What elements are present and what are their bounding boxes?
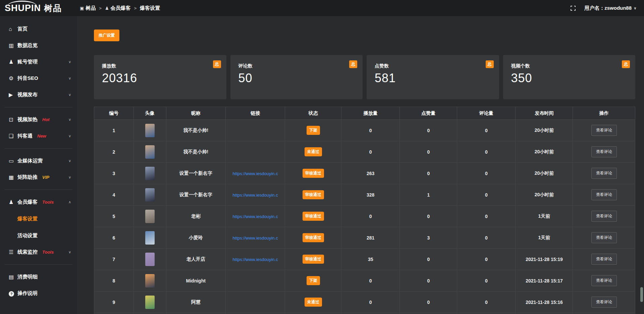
video-link[interactable]: https://www.iesdouyin.c — [233, 214, 278, 219]
sidebar-item-consume-detail[interactable]: ▤消费明细 — [0, 269, 77, 285]
sidebar-item-member-baoke[interactable]: ♟会员爆客Tools∧ — [0, 194, 77, 210]
sidebar-item-video-heat[interactable]: ⊡视频加热Hot∨ — [0, 111, 77, 128]
cell-action: 查看评论 — [573, 184, 635, 206]
help-icon: ? — [9, 291, 17, 297]
cell-publish-time: 1天前 — [516, 206, 573, 227]
video-table: 编号头像昵称链接状态播放量点赞量评论量发布时间操作 1我不是小帅!下架00020… — [94, 107, 635, 314]
fullscreen-icon[interactable] — [571, 6, 576, 11]
cell-nickname: 设置一个新名字 — [166, 163, 225, 184]
cell-plays: 0 — [341, 292, 400, 313]
status-badge[interactable]: 审核通过 — [303, 255, 324, 264]
table-row: 8Midnight下架0002021-11-28 15:17查看评论 — [94, 270, 635, 292]
cell-action — [573, 313, 635, 314]
chevron-down-icon: ∨ — [68, 117, 71, 122]
sidebar-item-douketong[interactable]: ❑抖客通New∨ — [0, 128, 77, 144]
promotion-settings-button[interactable]: 推广设置 — [94, 30, 119, 41]
view-comments-button[interactable]: 查看评论 — [591, 275, 617, 286]
cell-id: 1 — [94, 120, 134, 141]
video-link[interactable]: https://www.iesdouyin.c — [233, 171, 278, 176]
video-table-wrap: 编号头像昵称链接状态播放量点赞量评论量发布时间操作 1我不是小帅!下架00020… — [94, 107, 635, 314]
column-header: 编号 — [94, 107, 134, 120]
sidebar-item-all-media-ops[interactable]: ▭全媒体运营∨ — [0, 153, 77, 169]
table-row — [94, 313, 635, 314]
status-badge[interactable]: 下架 — [307, 276, 320, 285]
breadcrumb-item-baoke-settings[interactable]: 爆客设置 — [140, 5, 160, 11]
view-comments-button[interactable]: 查看评论 — [591, 146, 617, 157]
cell-publish-time — [516, 313, 573, 314]
sidebar-item-operation-guide[interactable]: ?操作说明 — [0, 285, 77, 302]
cell-link: https://www.iesdouyin.c — [225, 163, 285, 184]
sidebar-item-matrix-boost[interactable]: ▦矩阵助推VIP∨ — [0, 169, 77, 186]
cell-nickname — [166, 313, 225, 314]
cell-avatar — [133, 184, 166, 206]
status-badge[interactable]: 审核通过 — [303, 169, 324, 178]
column-header: 昵称 — [166, 107, 225, 120]
video-link[interactable]: https://www.iesdouyin.c — [233, 257, 278, 262]
cell-link — [225, 313, 285, 314]
grid-icon: ▦ — [9, 174, 17, 180]
avatar — [145, 167, 155, 180]
avatar — [145, 145, 155, 159]
cell-id: 6 — [94, 227, 134, 249]
status-badge[interactable]: 下架 — [307, 126, 320, 135]
cell-status — [285, 313, 341, 314]
cell-action: 查看评论 — [573, 292, 635, 313]
column-header: 发布时间 — [516, 107, 573, 120]
status-badge[interactable]: 审核通过 — [303, 190, 324, 199]
sidebar-item-badge: Hot — [42, 117, 50, 122]
sidebar-item-douyin-seo[interactable]: ⚙抖音SEO∨ — [0, 70, 77, 87]
cell-status: 未通过 — [285, 141, 341, 163]
sidebar-item-badge: Tools — [42, 200, 54, 205]
sidebar: ⌂首页▥数据总览♟账号管理∨⚙抖音SEO∨▶视频发布∨⊡视频加热Hot∨❑抖客通… — [0, 16, 77, 314]
view-comments-button[interactable]: 查看评论 — [591, 232, 617, 243]
view-comments-button[interactable]: 查看评论 — [591, 297, 617, 308]
cell-comments: 0 — [457, 292, 516, 313]
username-label: 用户名：zswodun88 — [584, 5, 632, 11]
video-link[interactable]: https://www.iesdouyin.c — [233, 235, 278, 241]
cell-likes: 1 — [400, 184, 457, 206]
sidebar-item-home[interactable]: ⌂首页 — [0, 21, 77, 37]
table-row: 2我不是小帅!未通过00020小时前查看评论 — [94, 141, 635, 163]
sidebar-subitem-activity-settings[interactable]: 活动设置 — [0, 227, 77, 244]
video-link[interactable]: https://www.iesdouyin.c — [233, 193, 278, 198]
cell-status: 下架 — [285, 120, 341, 141]
cell-id: 5 — [94, 206, 134, 227]
user-menu[interactable]: 用户名：zswodun88 ∨ — [584, 5, 637, 11]
status-badge[interactable]: 未通过 — [305, 147, 322, 156]
sidebar-item-label: 矩阵助推 — [17, 174, 38, 180]
cell-id — [94, 313, 134, 314]
status-badge[interactable]: 未通过 — [305, 298, 322, 307]
breadcrumb-item-shupin[interactable]: ▣树品 — [80, 5, 96, 11]
cell-nickname: 设置一个新名字 — [166, 184, 225, 206]
column-header: 操作 — [573, 107, 635, 120]
sidebar-item-video-publish[interactable]: ▶视频发布∨ — [0, 87, 77, 103]
breadcrumb-item-member-baoke[interactable]: ♟会员爆客 — [105, 5, 131, 11]
sidebar-item-clue-monitor[interactable]: ☰线索监控Tools∨ — [0, 244, 77, 260]
status-badge[interactable]: 审核通过 — [303, 233, 324, 242]
cell-link — [225, 120, 285, 141]
cell-plays: 0 — [341, 120, 400, 141]
member-icon: ♟ — [9, 199, 17, 205]
table-row: 9阿慧未通过0002021-11-28 15:16查看评论 — [94, 292, 635, 313]
video-camera-icon: ▶ — [9, 92, 17, 98]
cell-comments: 0 — [457, 141, 516, 163]
view-comments-button[interactable]: 查看评论 — [591, 211, 617, 222]
stat-value: 350 — [511, 71, 636, 85]
view-comments-button[interactable]: 查看评论 — [591, 168, 617, 179]
sidebar-subitem-baoke-settings[interactable]: 爆客设置 — [0, 210, 77, 227]
view-comments-button[interactable]: 查看评论 — [591, 254, 617, 265]
cell-likes: 0 — [400, 141, 457, 163]
view-comments-button[interactable]: 查看评论 — [591, 125, 617, 136]
view-comments-button[interactable]: 查看评论 — [591, 189, 617, 200]
status-badge[interactable]: 审核通过 — [303, 212, 324, 221]
sidebar-item-account-manage[interactable]: ♟账号管理∨ — [0, 54, 77, 70]
cell-nickname: 小爱玲 — [166, 227, 225, 249]
help-icon: ? — [9, 291, 14, 297]
column-header: 评论量 — [457, 107, 516, 120]
cell-nickname: 我不是小帅! — [166, 141, 225, 163]
cell-avatar — [133, 249, 166, 270]
stat-total-badge: 总 — [486, 60, 494, 68]
stat-card: 播放数20316总 — [94, 55, 226, 99]
scrollbar-thumb[interactable] — [640, 287, 643, 302]
sidebar-item-data-overview[interactable]: ▥数据总览 — [0, 37, 77, 54]
